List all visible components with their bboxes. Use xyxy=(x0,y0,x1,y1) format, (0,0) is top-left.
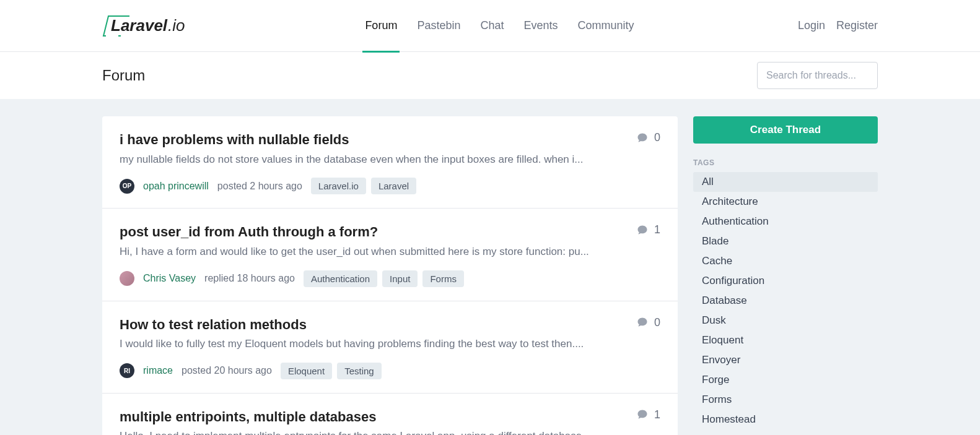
tag-filter-item[interactable]: Configuration xyxy=(693,271,878,291)
thread-list: i have problems with nullable fieldsmy n… xyxy=(102,116,678,435)
thread-item[interactable]: i have problems with nullable fieldsmy n… xyxy=(102,116,678,209)
thread-meta: OPopah princewillposted 2 hours agoLarav… xyxy=(120,178,660,194)
tag-filter-item[interactable]: Authentication xyxy=(693,212,878,231)
thread-item[interactable]: post user_id from Auth through a form?Hi… xyxy=(102,209,678,301)
tag-filter-item[interactable]: Blade xyxy=(693,231,878,251)
tag-filter-item[interactable]: Cache xyxy=(693,251,878,271)
comment-icon xyxy=(637,132,648,144)
reply-count: 0 xyxy=(637,131,660,144)
comment-icon xyxy=(637,225,648,236)
login-link[interactable]: Login xyxy=(798,19,825,32)
tag-filter-item[interactable]: Forge xyxy=(693,370,878,390)
tag-filter-item[interactable]: Input xyxy=(693,429,878,435)
thread-excerpt: Hi, I have a form and would like to get … xyxy=(120,244,624,259)
avatar[interactable] xyxy=(120,271,134,286)
thread-excerpt: Hello, I need to implement multiple entr… xyxy=(120,429,624,435)
tag-filter-item[interactable]: Eloquent xyxy=(693,330,878,350)
reply-count: 0 xyxy=(637,316,660,329)
nav-item-pastebin[interactable]: Pastebin xyxy=(414,1,463,53)
thread-title[interactable]: How to test relation methods xyxy=(120,316,624,334)
create-thread-button[interactable]: Create Thread xyxy=(693,116,878,144)
topbar: Laravel .io ForumPastebinChatEventsCommu… xyxy=(0,0,980,52)
search-input[interactable] xyxy=(757,62,878,89)
nav-item-events[interactable]: Events xyxy=(521,1,560,53)
thread-tag[interactable]: Forms xyxy=(422,270,464,287)
logo-svg: Laravel .io xyxy=(102,14,201,38)
nav-item-community[interactable]: Community xyxy=(575,1,637,53)
tag-filter-item[interactable]: Envoyer xyxy=(693,350,878,370)
svg-text:.io: .io xyxy=(168,16,185,35)
thread-author[interactable]: Chris Vasey xyxy=(143,273,196,284)
tag-filter-item[interactable]: Homestead xyxy=(693,410,878,429)
thread-title[interactable]: post user_id from Auth through a form? xyxy=(120,223,624,241)
thread-excerpt: I would like to fully test my Eloquent m… xyxy=(120,337,624,351)
thread-item[interactable]: How to test relation methodsI would like… xyxy=(102,301,678,394)
avatar[interactable]: OP xyxy=(120,179,134,194)
page-title: Forum xyxy=(102,67,145,84)
nav-item-chat[interactable]: Chat xyxy=(478,1,506,53)
main-nav: ForumPastebinChatEventsCommunity xyxy=(362,0,636,52)
thread-tag[interactable]: Testing xyxy=(337,363,382,379)
main-content: i have problems with nullable fieldsmy n… xyxy=(0,99,980,435)
thread-tag[interactable]: Laravel xyxy=(371,178,416,194)
tag-filter-item[interactable]: Database xyxy=(693,291,878,311)
thread-tag[interactable]: Authentication xyxy=(304,270,377,287)
register-link[interactable]: Register xyxy=(836,19,878,32)
auth-links: Login Register xyxy=(798,19,878,32)
tag-filter-item[interactable]: All xyxy=(693,172,878,192)
thread-excerpt: my nullable fields do not store values i… xyxy=(120,152,624,167)
tags-heading: TAGS xyxy=(693,158,878,167)
thread-tag[interactable]: Laravel.io xyxy=(311,178,366,194)
thread-author[interactable]: opah princewill xyxy=(143,181,209,192)
thread-meta: Chris Vaseyreplied 18 hours agoAuthentic… xyxy=(120,270,660,287)
reply-count: 1 xyxy=(637,408,660,421)
thread-item[interactable]: multiple entripoints, multiple databases… xyxy=(102,394,678,435)
comment-icon xyxy=(637,317,648,328)
thread-time: posted 2 hours ago xyxy=(217,181,302,192)
subheader: Forum xyxy=(0,52,980,99)
comment-icon xyxy=(637,409,648,420)
logo[interactable]: Laravel .io xyxy=(102,14,201,38)
thread-tag[interactable]: Eloquent xyxy=(281,363,332,379)
thread-title[interactable]: multiple entripoints, multiple databases xyxy=(120,408,624,426)
avatar[interactable]: RI xyxy=(120,363,134,378)
nav-item-forum[interactable]: Forum xyxy=(362,1,400,53)
tag-filter-item[interactable]: Dusk xyxy=(693,311,878,330)
thread-meta: RIrimaceposted 20 hours agoEloquentTesti… xyxy=(120,363,660,379)
thread-author[interactable]: rimace xyxy=(143,365,173,376)
thread-time: posted 20 hours ago xyxy=(182,365,272,376)
sidebar: Create Thread TAGS AllArchitectureAuthen… xyxy=(693,116,878,435)
svg-text:Laravel: Laravel xyxy=(111,16,168,35)
tag-filter-item[interactable]: Forms xyxy=(693,390,878,410)
thread-time: replied 18 hours ago xyxy=(204,273,295,284)
tag-filter-item[interactable]: Architecture xyxy=(693,192,878,212)
thread-tag[interactable]: Input xyxy=(382,270,418,287)
tag-filter-list: AllArchitectureAuthenticationBladeCacheC… xyxy=(693,172,878,435)
thread-title[interactable]: i have problems with nullable fields xyxy=(120,131,624,149)
reply-count: 1 xyxy=(637,223,660,236)
